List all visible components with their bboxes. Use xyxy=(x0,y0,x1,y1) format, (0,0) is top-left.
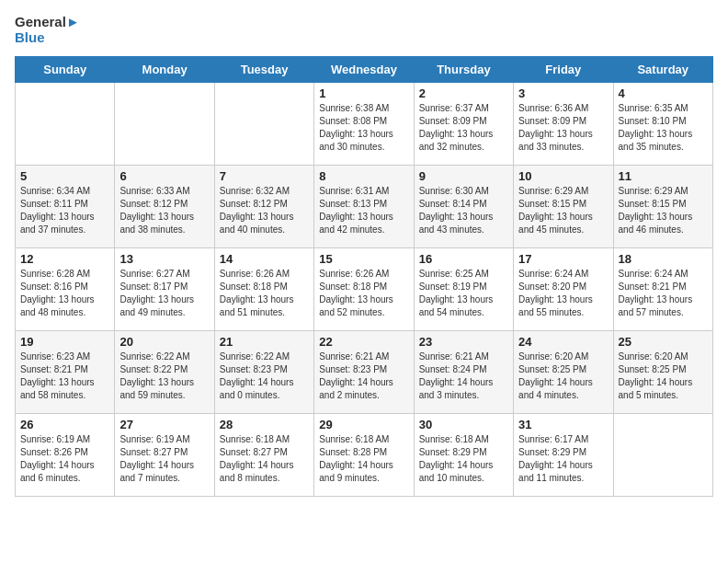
day-number: 25 xyxy=(619,335,708,349)
cell-info: Sunrise: 6:38 AM Sunset: 8:08 PM Dayligh… xyxy=(319,102,408,154)
day-header-saturday: Saturday xyxy=(613,57,712,83)
calendar-cell: 16Sunrise: 6:25 AM Sunset: 8:19 PM Dayli… xyxy=(414,248,513,331)
cell-info: Sunrise: 6:24 AM Sunset: 8:20 PM Dayligh… xyxy=(518,268,608,319)
calendar-cell: 31Sunrise: 6:17 AM Sunset: 8:29 PM Dayli… xyxy=(514,414,613,497)
calendar-table: SundayMondayTuesdayWednesdayThursdayFrid… xyxy=(15,56,713,497)
cell-info: Sunrise: 6:17 AM Sunset: 8:29 PM Dayligh… xyxy=(518,433,608,485)
day-number: 29 xyxy=(319,418,408,431)
cell-info: Sunrise: 6:21 AM Sunset: 8:23 PM Dayligh… xyxy=(319,350,408,402)
cell-info: Sunrise: 6:34 AM Sunset: 8:11 PM Dayligh… xyxy=(20,185,109,236)
day-number: 28 xyxy=(220,418,309,431)
calendar-cell xyxy=(115,83,214,166)
day-number: 19 xyxy=(20,335,109,349)
calendar-cell: 17Sunrise: 6:24 AM Sunset: 8:20 PM Dayli… xyxy=(514,248,613,331)
day-number: 11 xyxy=(619,169,708,183)
cell-info: Sunrise: 6:23 AM Sunset: 8:21 PM Dayligh… xyxy=(20,350,109,402)
cell-info: Sunrise: 6:32 AM Sunset: 8:12 PM Dayligh… xyxy=(220,185,309,236)
day-number: 26 xyxy=(20,418,109,431)
logo: General► Blue xyxy=(15,15,80,45)
calendar-cell xyxy=(214,83,313,166)
calendar-cell: 28Sunrise: 6:18 AM Sunset: 8:27 PM Dayli… xyxy=(214,414,313,497)
cell-info: Sunrise: 6:18 AM Sunset: 8:29 PM Dayligh… xyxy=(419,433,508,485)
calendar-cell: 20Sunrise: 6:22 AM Sunset: 8:22 PM Dayli… xyxy=(115,331,214,414)
day-number: 5 xyxy=(20,169,109,183)
logo-blue: Blue xyxy=(15,30,80,46)
calendar-cell: 22Sunrise: 6:21 AM Sunset: 8:23 PM Dayli… xyxy=(314,331,414,414)
calendar-week-3: 12Sunrise: 6:28 AM Sunset: 8:16 PM Dayli… xyxy=(16,248,713,331)
calendar-cell: 5Sunrise: 6:34 AM Sunset: 8:11 PM Daylig… xyxy=(16,166,115,248)
calendar-cell: 30Sunrise: 6:18 AM Sunset: 8:29 PM Dayli… xyxy=(414,414,513,497)
calendar-cell: 10Sunrise: 6:29 AM Sunset: 8:15 PM Dayli… xyxy=(514,166,613,248)
cell-info: Sunrise: 6:25 AM Sunset: 8:19 PM Dayligh… xyxy=(419,268,508,319)
calendar-cell: 27Sunrise: 6:19 AM Sunset: 8:27 PM Dayli… xyxy=(115,414,214,497)
calendar-week-4: 19Sunrise: 6:23 AM Sunset: 8:21 PM Dayli… xyxy=(16,331,713,414)
cell-info: Sunrise: 6:29 AM Sunset: 8:15 PM Dayligh… xyxy=(518,185,608,236)
cell-info: Sunrise: 6:22 AM Sunset: 8:23 PM Dayligh… xyxy=(220,350,309,402)
day-number: 23 xyxy=(419,335,508,349)
cell-info: Sunrise: 6:20 AM Sunset: 8:25 PM Dayligh… xyxy=(619,350,708,402)
cell-info: Sunrise: 6:29 AM Sunset: 8:15 PM Dayligh… xyxy=(619,185,708,236)
cell-info: Sunrise: 6:18 AM Sunset: 8:27 PM Dayligh… xyxy=(220,433,309,485)
cell-info: Sunrise: 6:19 AM Sunset: 8:27 PM Dayligh… xyxy=(119,433,209,485)
cell-info: Sunrise: 6:20 AM Sunset: 8:25 PM Dayligh… xyxy=(518,350,608,402)
day-number: 10 xyxy=(518,169,608,183)
calendar-cell: 12Sunrise: 6:28 AM Sunset: 8:16 PM Dayli… xyxy=(16,248,115,331)
day-number: 14 xyxy=(220,252,309,266)
day-number: 2 xyxy=(419,86,508,100)
calendar-cell: 24Sunrise: 6:20 AM Sunset: 8:25 PM Dayli… xyxy=(514,331,613,414)
calendar-cell: 21Sunrise: 6:22 AM Sunset: 8:23 PM Dayli… xyxy=(214,331,313,414)
calendar-week-5: 26Sunrise: 6:19 AM Sunset: 8:26 PM Dayli… xyxy=(16,414,713,497)
day-number: 20 xyxy=(119,335,209,349)
calendar-cell: 25Sunrise: 6:20 AM Sunset: 8:25 PM Dayli… xyxy=(613,331,712,414)
cell-info: Sunrise: 6:21 AM Sunset: 8:24 PM Dayligh… xyxy=(419,350,508,402)
day-number: 31 xyxy=(518,418,608,431)
calendar-cell: 19Sunrise: 6:23 AM Sunset: 8:21 PM Dayli… xyxy=(16,331,115,414)
day-number: 12 xyxy=(20,252,109,266)
day-number: 9 xyxy=(419,169,508,183)
day-number: 15 xyxy=(319,252,408,266)
cell-info: Sunrise: 6:18 AM Sunset: 8:28 PM Dayligh… xyxy=(319,433,408,485)
calendar-cell: 13Sunrise: 6:27 AM Sunset: 8:17 PM Dayli… xyxy=(115,248,214,331)
calendar-cell: 7Sunrise: 6:32 AM Sunset: 8:12 PM Daylig… xyxy=(214,166,313,248)
day-number: 21 xyxy=(220,335,309,349)
calendar-cell xyxy=(613,414,712,497)
calendar-week-2: 5Sunrise: 6:34 AM Sunset: 8:11 PM Daylig… xyxy=(16,166,713,248)
day-header-wednesday: Wednesday xyxy=(314,57,414,83)
day-number: 22 xyxy=(319,335,408,349)
calendar-header-row: SundayMondayTuesdayWednesdayThursdayFrid… xyxy=(16,57,713,83)
cell-info: Sunrise: 6:37 AM Sunset: 8:09 PM Dayligh… xyxy=(419,102,508,154)
cell-info: Sunrise: 6:36 AM Sunset: 8:09 PM Dayligh… xyxy=(518,102,608,154)
header: General► Blue xyxy=(15,15,713,45)
calendar-cell: 26Sunrise: 6:19 AM Sunset: 8:26 PM Dayli… xyxy=(16,414,115,497)
calendar-cell: 29Sunrise: 6:18 AM Sunset: 8:28 PM Dayli… xyxy=(314,414,414,497)
calendar-cell: 15Sunrise: 6:26 AM Sunset: 8:18 PM Dayli… xyxy=(314,248,414,331)
calendar-cell: 23Sunrise: 6:21 AM Sunset: 8:24 PM Dayli… xyxy=(414,331,513,414)
cell-info: Sunrise: 6:22 AM Sunset: 8:22 PM Dayligh… xyxy=(119,350,209,402)
cell-info: Sunrise: 6:26 AM Sunset: 8:18 PM Dayligh… xyxy=(220,268,309,319)
day-header-sunday: Sunday xyxy=(16,57,115,83)
cell-info: Sunrise: 6:26 AM Sunset: 8:18 PM Dayligh… xyxy=(319,268,408,319)
calendar-cell: 11Sunrise: 6:29 AM Sunset: 8:15 PM Dayli… xyxy=(613,166,712,248)
day-number: 18 xyxy=(619,252,708,266)
day-number: 27 xyxy=(119,418,209,431)
day-number: 24 xyxy=(518,335,608,349)
day-number: 4 xyxy=(619,86,708,100)
calendar-cell xyxy=(16,83,115,166)
day-header-friday: Friday xyxy=(514,57,613,83)
calendar-week-1: 1Sunrise: 6:38 AM Sunset: 8:08 PM Daylig… xyxy=(16,83,713,166)
cell-info: Sunrise: 6:31 AM Sunset: 8:13 PM Dayligh… xyxy=(319,185,408,236)
calendar-cell: 9Sunrise: 6:30 AM Sunset: 8:14 PM Daylig… xyxy=(414,166,513,248)
day-header-tuesday: Tuesday xyxy=(214,57,313,83)
day-number: 13 xyxy=(119,252,209,266)
logo-general: General► xyxy=(15,15,80,30)
cell-info: Sunrise: 6:35 AM Sunset: 8:10 PM Dayligh… xyxy=(619,102,708,154)
day-header-thursday: Thursday xyxy=(414,57,513,83)
calendar-cell: 1Sunrise: 6:38 AM Sunset: 8:08 PM Daylig… xyxy=(314,83,414,166)
day-number: 16 xyxy=(419,252,508,266)
day-number: 17 xyxy=(518,252,608,266)
day-number: 1 xyxy=(319,86,408,100)
cell-info: Sunrise: 6:30 AM Sunset: 8:14 PM Dayligh… xyxy=(419,185,508,236)
calendar-cell: 8Sunrise: 6:31 AM Sunset: 8:13 PM Daylig… xyxy=(314,166,414,248)
cell-info: Sunrise: 6:24 AM Sunset: 8:21 PM Dayligh… xyxy=(619,268,708,319)
day-number: 7 xyxy=(220,169,309,183)
